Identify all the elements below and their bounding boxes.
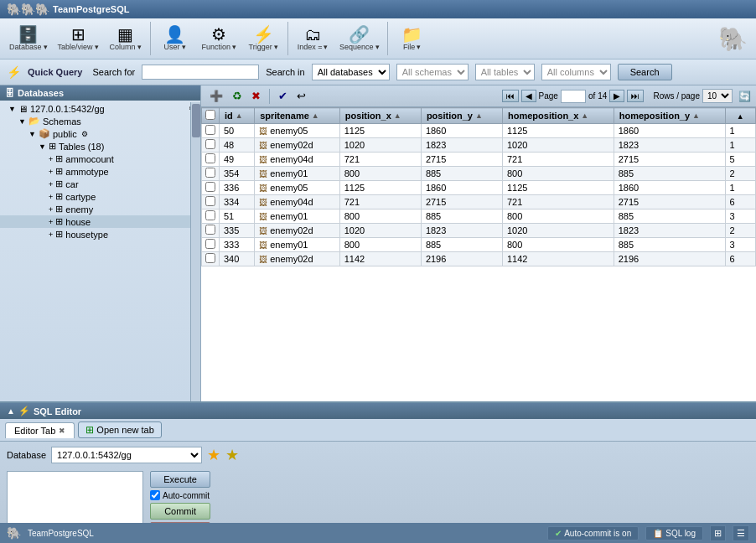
autocommit-checkbox[interactable]: [150, 490, 160, 500]
col-header-homeposition-x[interactable]: homeposition_x▲: [503, 108, 614, 124]
grid-view-button[interactable]: ⊞: [710, 525, 726, 541]
page-input[interactable]: 1: [561, 90, 586, 103]
table-row[interactable]: 50 🖼 enemy05 1125 1860 1125 1860 1: [202, 124, 756, 138]
table-row[interactable]: 48 🖼 enemy02d 1020 1823 1020 1823 1: [202, 138, 756, 153]
select-all-checkbox[interactable]: [205, 110, 215, 120]
toolbar-tableview[interactable]: ⊞ Table/view ▾: [54, 23, 103, 54]
commit-button[interactable]: Commit: [150, 503, 210, 520]
row-checkbox-cell[interactable]: [202, 124, 220, 138]
table-row[interactable]: 334 🖼 enemy04d 721 2715 721 2715 6: [202, 195, 756, 209]
next-page-button[interactable]: ▶: [609, 90, 624, 102]
row-checkbox-cell[interactable]: [202, 138, 220, 153]
table-row[interactable]: 354 🖼 enemy01 800 885 800 885 2: [202, 167, 756, 181]
tree-house[interactable]: + ⊞ house: [0, 215, 200, 228]
table-row[interactable]: 333 🖼 enemy01 800 885 800 885 3: [202, 238, 756, 252]
col-header-extra[interactable]: ▲: [725, 108, 756, 124]
tree-car[interactable]: + ⊞ car: [0, 178, 200, 190]
table-row[interactable]: 51 🖼 enemy01 800 885 800 885 3: [202, 209, 756, 224]
sql-editor-collapse-icon[interactable]: ▲: [7, 406, 15, 416]
homepos-y-sort-icon[interactable]: ▲: [692, 111, 700, 120]
data-table-container[interactable]: id▲ spritename▲ position_x▲ position_y▲: [201, 107, 756, 401]
toolbar-trigger[interactable]: ⚡ Trigger ▾: [242, 23, 284, 54]
row-checkbox[interactable]: [205, 210, 215, 220]
row-checkbox-cell[interactable]: [202, 195, 220, 209]
toolbar-sequence[interactable]: 🔗 Sequence ▾: [335, 23, 384, 54]
first-page-button[interactable]: ⏮: [502, 90, 519, 102]
search-for-input[interactable]: [142, 65, 259, 80]
editor-tab[interactable]: Editor Tab ✖: [5, 422, 75, 438]
tree-tables[interactable]: ▼ ⊞ Tables (18): [0, 140, 200, 153]
tree-public[interactable]: ▼ 📦 public ⚙: [0, 127, 200, 140]
table-row[interactable]: 335 🖼 enemy02d 1020 1823 1020 1823 2: [202, 224, 756, 238]
schema-select[interactable]: All schemas: [396, 64, 469, 80]
row-checkbox[interactable]: [205, 153, 215, 163]
tree-ammotype[interactable]: + ⊞ ammotype: [0, 165, 200, 178]
col-header-checkbox[interactable]: [202, 108, 220, 124]
table-row[interactable]: 49 🖼 enemy04d 721 2715 721 2715 5: [202, 153, 756, 167]
delete-row-button[interactable]: ✖: [248, 88, 264, 104]
row-checkbox[interactable]: [205, 225, 215, 235]
left-panel-scrollbar[interactable]: [190, 102, 200, 401]
new-tab-button[interactable]: ⊞ Open new tab: [78, 421, 162, 438]
toolbar-user[interactable]: 👤 User ▾: [154, 23, 196, 54]
spritename-sort-icon[interactable]: ▲: [312, 111, 319, 120]
tree-cartype[interactable]: + ⊞ cartype: [0, 190, 200, 203]
close-tab-icon[interactable]: ✖: [59, 427, 65, 435]
refresh-table-button[interactable]: 🔄: [738, 90, 751, 102]
row-checkbox[interactable]: [205, 139, 215, 149]
sql-db-select[interactable]: 127.0.0.1:5432/gg: [51, 447, 202, 463]
row-checkbox-cell[interactable]: [202, 209, 220, 224]
row-checkbox[interactable]: [205, 253, 215, 263]
row-checkbox[interactable]: [205, 125, 215, 135]
extra-sort-icon[interactable]: ▲: [737, 112, 744, 121]
column-select[interactable]: All columns: [541, 64, 611, 80]
row-checkbox[interactable]: [205, 182, 215, 192]
row-checkbox[interactable]: [205, 196, 215, 206]
col-header-position-x[interactable]: position_x▲: [339, 108, 421, 124]
col-header-spritename[interactable]: spritename▲: [255, 108, 340, 124]
star-gold-button[interactable]: ★: [207, 446, 220, 464]
row-checkbox-cell[interactable]: [202, 252, 220, 266]
col-header-position-y[interactable]: position_y▲: [421, 108, 502, 124]
star-outline-button[interactable]: ★: [225, 446, 239, 464]
table-row[interactable]: 336 🖼 enemy05 1125 1860 1125 1860 1: [202, 181, 756, 195]
row-checkbox-cell[interactable]: [202, 238, 220, 252]
toolbar-file[interactable]: 📁 File ▾: [391, 23, 433, 54]
toolbar-database[interactable]: 🗄️ Database ▾: [5, 23, 52, 54]
id-sort-icon[interactable]: ▲: [236, 111, 243, 120]
col-header-id[interactable]: id▲: [220, 108, 255, 124]
last-page-button[interactable]: ⏭: [627, 90, 644, 102]
save-changes-button[interactable]: ✔: [275, 88, 291, 104]
toolbar-column[interactable]: ▦ Column ▾: [105, 23, 147, 54]
pos-x-sort-icon[interactable]: ▲: [394, 111, 401, 120]
row-checkbox-cell[interactable]: [202, 167, 220, 181]
toolbar-function[interactable]: ⚙ Function ▾: [198, 23, 241, 54]
tree-server[interactable]: ▼ 🖥 127.0.0.1:5432/gg ⚙: [0, 102, 200, 115]
table-select[interactable]: All tables: [475, 64, 535, 80]
prev-page-button[interactable]: ◀: [521, 90, 536, 102]
toolbar-index[interactable]: 🗂 Index = ▾: [292, 23, 334, 54]
tree-enemy[interactable]: + ⊞ enemy: [0, 203, 200, 215]
search-in-select[interactable]: All databases: [312, 64, 390, 80]
row-checkbox-cell[interactable]: [202, 224, 220, 238]
sql-log-status[interactable]: 📋 SQL log: [645, 526, 703, 540]
rows-per-page-select[interactable]: 10: [702, 89, 733, 103]
row-checkbox[interactable]: [205, 168, 215, 178]
execute-button[interactable]: Execute: [150, 471, 210, 488]
sql-textarea[interactable]: [7, 471, 143, 528]
col-header-homeposition-y[interactable]: homeposition_y▲: [614, 108, 725, 124]
public-settings-icon[interactable]: ⚙: [81, 130, 88, 138]
tree-schemas[interactable]: ▼ 📂 Schemas: [0, 115, 200, 127]
tree-ammocount[interactable]: + ⊞ ammocount: [0, 153, 200, 165]
row-checkbox[interactable]: [205, 239, 215, 249]
tree-housetype[interactable]: + ⊞ housetype: [0, 228, 200, 240]
row-checkbox-cell[interactable]: [202, 181, 220, 195]
undo-changes-button[interactable]: ↩: [293, 88, 309, 104]
add-row-button[interactable]: ➕: [206, 88, 226, 104]
row-checkbox-cell[interactable]: [202, 153, 220, 167]
duplicate-row-button[interactable]: ♻: [229, 88, 246, 104]
list-view-button[interactable]: ☰: [733, 525, 749, 541]
pos-y-sort-icon[interactable]: ▲: [475, 111, 483, 120]
table-row[interactable]: 340 🖼 enemy02d 1142 2196 1142 2196 6: [202, 252, 756, 266]
search-button[interactable]: Search: [618, 64, 672, 80]
